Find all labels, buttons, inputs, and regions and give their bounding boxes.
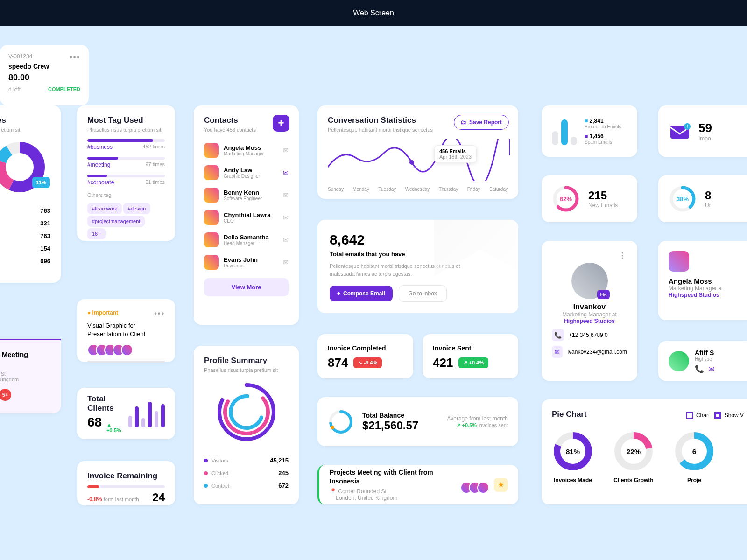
profsum-title: Profile Summary (204, 356, 289, 365)
more-icon[interactable]: ••• (70, 53, 80, 62)
mail-icon[interactable]: ✉ (283, 169, 289, 176)
tags-title: Most Tag Used (87, 116, 165, 125)
pie-item: 6Proje (673, 430, 715, 483)
new-emails-card: 62% 215 New Emails (542, 175, 637, 222)
topbar-title: Web Screen (353, 9, 394, 17)
svg-text:!: ! (686, 124, 688, 129)
view-more-button[interactable]: View More (204, 278, 289, 296)
svg-point-7 (409, 160, 414, 165)
chart-tooltip: 456 EmailsApr 18th 2023 (434, 145, 477, 163)
mail-icon: ! (669, 120, 691, 142)
important-label: ● Important (87, 309, 118, 318)
more-icon[interactable]: ••• (154, 309, 165, 318)
chart-checkbox[interactable]: Chart (686, 412, 710, 419)
stat-row: Visitors45,215 (204, 454, 289, 467)
invoice-remaining-card: Invoice Remaining -0.8% form last month … (77, 461, 175, 505)
profile-card-angela[interactable]: Angela Moss Marketing Manager a Highspee… (658, 241, 747, 320)
avatar-stack (87, 344, 165, 356)
avatar (204, 210, 219, 225)
add-contact-button[interactable]: + (273, 115, 289, 132)
svg-point-10 (331, 426, 334, 429)
categories-donut: 11% (0, 139, 48, 195)
pie-item: 22%Clients Growth (613, 430, 655, 483)
categories-card: gories turpia pretium sit 11% 27%)763 n … (0, 105, 61, 283)
mail-icon[interactable]: ✉ (283, 259, 289, 266)
email-icon[interactable]: ✉ (552, 346, 563, 358)
pie-chart-card: Pie Chart Chart Show V 81%Invoices Made2… (542, 399, 747, 504)
compose-email-button[interactable]: + Compose Email (330, 286, 393, 301)
show-value-checkbox[interactable]: Show V (714, 412, 744, 419)
unread-card: 38% 8 Ur (658, 175, 747, 222)
conversation-chart (328, 139, 510, 181)
contact-item[interactable]: Andy LawGraphic Designer✉ (204, 161, 289, 184)
profile-card-invankov[interactable]: ⋮ Hs Invankov Marketing Manager at Highs… (542, 241, 637, 381)
tags-card: Most Tag Used Phasellus risus turpia pre… (77, 105, 175, 241)
profile-summary-card: Profile Summary Phasellus risus turpia p… (194, 346, 299, 504)
avatar: Hs (571, 263, 608, 299)
trend-down-pill: ↘ -6.4% (353, 357, 382, 368)
tags-sub: Phasellus risus turpia pretium sit (87, 127, 165, 133)
tag-chip[interactable]: #teamwork (87, 203, 122, 214)
save-report-button[interactable]: 🗂Save Report (454, 115, 509, 130)
contacts-card: Contacts You have 456 contacts + Angela … (194, 105, 299, 325)
more-icon[interactable]: ⋮ (619, 252, 627, 259)
categories-rows: 27%)763 n (11%)321 2%)763 15%)154 3%)696 (0, 204, 50, 267)
mail-icon[interactable]: ✉ (283, 147, 289, 154)
important-text: Visual Graphic for Presentation to Clien… (87, 322, 165, 338)
avatar (669, 351, 689, 371)
promo-emails-card: ■ 2,841 Promotion Emails ■ 1,456 Spam Em… (542, 105, 637, 157)
star-icon[interactable]: ★ (494, 478, 508, 492)
invrem-value: 24 (152, 491, 165, 504)
tag-chip[interactable]: #design (123, 203, 151, 214)
profile-rings (214, 379, 279, 445)
invrem-title: Invoice Remaining (87, 471, 165, 481)
phone-icon[interactable]: 📞 (552, 329, 564, 341)
avatar (204, 188, 219, 203)
contact-item[interactable]: Angela MossMarketing Manager✉ (204, 139, 289, 161)
clients-value: 68 (87, 415, 102, 430)
email-icon[interactable]: ✉ (708, 365, 714, 373)
save-icon: 🗂 (461, 119, 466, 126)
phone-icon[interactable]: 📞 (695, 365, 704, 373)
topbar: Web Screen (0, 0, 747, 26)
invoice-sent-card: Invoice Sent 421 ↗ +0.4% (423, 334, 518, 378)
avatar (204, 143, 219, 158)
total-emails-card: 8,642 Total emails that you have Pellent… (317, 220, 518, 313)
trend-up-pill: ↗ +0.4% (458, 357, 488, 368)
stat-row: Contact672 (204, 479, 289, 492)
chart-days: SundayMondayTuesdayWednesdayThursdayFrid… (328, 187, 508, 192)
avatar (204, 255, 219, 270)
mail-icon[interactable]: ✉ (283, 191, 289, 199)
count-badge: 5+ (0, 389, 11, 401)
project-meeting-card[interactable]: Projects Meeting with Client from Insone… (317, 465, 518, 504)
meeting-title: eekly Meeting (0, 350, 50, 358)
svg-point-5 (216, 382, 277, 442)
categories-sub: turpia pretium sit (0, 127, 50, 133)
contact-item[interactable]: Della SamanthaHead Manager✉ (204, 229, 289, 251)
tag-chip[interactable]: 16+ (87, 228, 106, 239)
invoice-completed-card: Invoice Completed 874 ↘ -6.4% (317, 334, 413, 378)
clients-trend: ▲+0.5% (106, 422, 121, 433)
progress-bar (87, 361, 165, 363)
contact-item[interactable]: Chynthial LawraCEO✉ (204, 206, 289, 229)
mail-icon[interactable]: ✉ (283, 236, 289, 244)
contact-item[interactable]: Benny KennSoftware Engineer✉ (204, 184, 289, 206)
invoice-small-card[interactable]: V-001234••• speedo Crew 80.00 d leftCOMP… (0, 45, 89, 105)
tag-label[interactable]: #meeting (87, 161, 110, 168)
meeting-card[interactable]: eekly Meeting oject ounded St United Kin… (0, 339, 61, 413)
avatar (669, 251, 689, 272)
tag-label[interactable]: #business (87, 144, 113, 150)
clients-bars (128, 399, 165, 427)
spam-card: ! 59 Impo (658, 105, 747, 157)
balance-card: Total Balance $21,560.57 Average from la… (317, 397, 518, 446)
go-to-inbox-button[interactable]: Go to inbox (399, 285, 447, 302)
profile-card-afiff[interactable]: Afiff S Highspe 📞 ✉ (658, 341, 747, 381)
important-card[interactable]: ● Important ••• Visual Graphic for Prese… (77, 299, 175, 362)
mail-icon[interactable]: ✉ (283, 214, 289, 221)
tag-label[interactable]: #corporate (87, 179, 114, 186)
promo-bars (552, 117, 577, 145)
contact-item[interactable]: Evans JohnDeveloper✉ (204, 251, 289, 273)
tag-chip[interactable]: #projectmanagement (87, 216, 145, 227)
categories-title: gories (0, 116, 50, 125)
dashboard-canvas: gories turpia pretium sit 11% 27%)763 n … (0, 26, 747, 560)
